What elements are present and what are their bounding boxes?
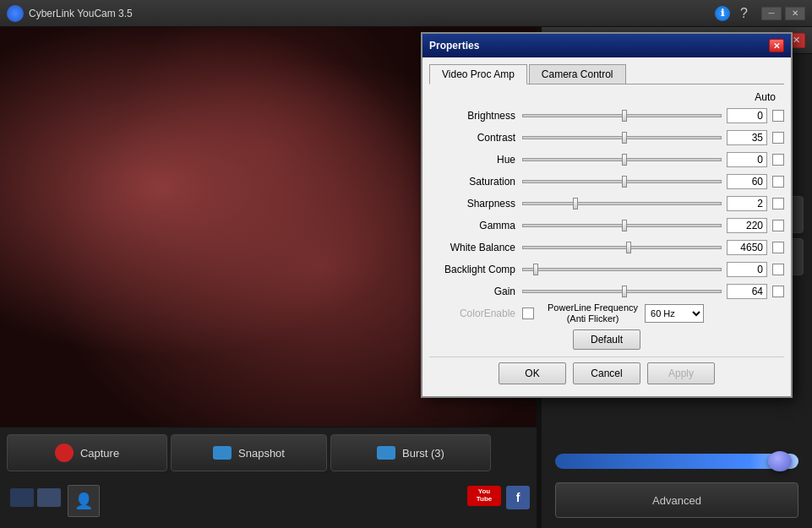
contrast-auto-checkbox[interactable] bbox=[772, 132, 784, 144]
gain-auto-checkbox[interactable] bbox=[772, 286, 784, 297]
app-title: CyberLink YouCam 3.5 bbox=[29, 8, 715, 19]
burst-button[interactable]: Burst (3) bbox=[330, 434, 491, 471]
capture-button[interactable]: Capture bbox=[7, 434, 167, 471]
app-logo bbox=[7, 5, 24, 22]
youtube-button[interactable]: YouTube bbox=[467, 486, 501, 506]
white-balance-label: White Balance bbox=[429, 242, 522, 253]
properties-dialog: Properties ✕ Video Proc Amp Camera Contr… bbox=[421, 32, 793, 398]
color-enable-row: ColorEnable PowerLine Frequency(Anti Fli… bbox=[429, 304, 784, 323]
person-icon: 👤 bbox=[74, 492, 93, 510]
hue-auto-checkbox[interactable] bbox=[772, 154, 784, 166]
enhancement-slider[interactable] bbox=[555, 454, 798, 469]
photo-thumbnail[interactable]: 👤 bbox=[68, 485, 100, 517]
white-balance-row: White Balance 4650 bbox=[429, 238, 784, 257]
hue-track bbox=[522, 158, 722, 161]
auto-header: Auto bbox=[755, 91, 779, 105]
saturation-label: Saturation bbox=[429, 176, 522, 188]
enhancement-slider-area bbox=[555, 454, 798, 469]
contrast-thumb bbox=[622, 132, 627, 144]
social-icons: YouTube f bbox=[467, 486, 530, 509]
burst-camera-icon bbox=[377, 446, 395, 460]
tab-camera-control[interactable]: Camera Control bbox=[529, 64, 626, 84]
gamma-slider[interactable] bbox=[522, 219, 722, 232]
brightness-auto-checkbox[interactable] bbox=[772, 110, 784, 122]
hue-label: Hue bbox=[429, 154, 522, 166]
contrast-slider[interactable] bbox=[522, 131, 722, 144]
help-icon[interactable]: ? bbox=[740, 6, 748, 21]
dialog-footer-buttons: OK Cancel Apply bbox=[429, 357, 784, 389]
saturation-track bbox=[522, 180, 722, 183]
window-controls: ─ ✕ bbox=[761, 7, 805, 20]
contrast-label: Contrast bbox=[429, 132, 522, 144]
white-balance-auto-checkbox[interactable] bbox=[772, 242, 784, 253]
contrast-row: Contrast 35 bbox=[429, 128, 784, 147]
white-balance-thumb bbox=[626, 242, 631, 253]
gamma-row: Gamma 220 bbox=[429, 216, 784, 235]
gamma-auto-checkbox[interactable] bbox=[772, 220, 784, 231]
sharpness-slider[interactable] bbox=[522, 197, 722, 210]
record-icon bbox=[55, 444, 74, 462]
advanced-label: Advanced bbox=[652, 494, 701, 507]
brightness-slider[interactable] bbox=[522, 109, 722, 122]
properties-list: Brightness 0 Contrast bbox=[429, 106, 784, 323]
snapshot-label: Snapshot bbox=[238, 447, 285, 460]
advanced-button[interactable]: Advanced bbox=[555, 482, 798, 518]
hue-thumb bbox=[622, 154, 627, 166]
gain-label: Gain bbox=[429, 286, 522, 297]
icon-2[interactable] bbox=[37, 488, 61, 507]
color-enable-checkbox[interactable] bbox=[522, 308, 534, 319]
contrast-value: 35 bbox=[727, 130, 767, 145]
brightness-label: Brightness bbox=[429, 110, 522, 122]
gain-thumb bbox=[622, 286, 627, 297]
brightness-thumb bbox=[622, 110, 627, 122]
bottom-controls: Capture Snapshot Burst (3) bbox=[0, 427, 537, 528]
backlight-comp-auto-checkbox[interactable] bbox=[772, 264, 784, 275]
default-button[interactable]: Default bbox=[573, 329, 640, 350]
icon-1[interactable] bbox=[10, 488, 34, 507]
hue-value: 0 bbox=[727, 152, 767, 167]
color-enable-label: ColorEnable bbox=[429, 308, 522, 319]
white-balance-track bbox=[522, 246, 722, 249]
minimize-button[interactable]: ─ bbox=[761, 7, 782, 20]
saturation-value: 60 bbox=[727, 174, 767, 189]
ok-button[interactable]: OK bbox=[499, 362, 566, 384]
gain-row: Gain 64 bbox=[429, 282, 784, 301]
side-icons bbox=[10, 488, 61, 507]
hue-slider[interactable] bbox=[522, 153, 722, 166]
gain-value: 64 bbox=[727, 284, 767, 299]
dialog-title-bar: Properties ✕ bbox=[422, 34, 791, 57]
brightness-track bbox=[522, 114, 722, 117]
brightness-value: 0 bbox=[727, 108, 767, 123]
dialog-close-button[interactable]: ✕ bbox=[769, 39, 784, 52]
saturation-slider[interactable] bbox=[522, 175, 722, 188]
action-buttons: Capture Snapshot Burst (3) bbox=[7, 434, 530, 471]
brightness-row: Brightness 0 bbox=[429, 106, 784, 125]
backlight-comp-track bbox=[522, 268, 722, 271]
sharpness-row: Sharpness 2 bbox=[429, 194, 784, 213]
gain-slider[interactable] bbox=[522, 285, 722, 298]
gain-track bbox=[522, 290, 722, 293]
cancel-button[interactable]: Cancel bbox=[573, 362, 640, 384]
saturation-row: Saturation 60 bbox=[429, 172, 784, 191]
backlight-comp-slider[interactable] bbox=[522, 263, 722, 276]
sharpness-thumb bbox=[573, 198, 578, 210]
info-icon[interactable]: ℹ bbox=[715, 6, 730, 21]
close-button[interactable]: ✕ bbox=[785, 7, 805, 20]
apply-button[interactable]: Apply bbox=[647, 362, 715, 384]
sharpness-label: Sharpness bbox=[429, 198, 522, 210]
gamma-label: Gamma bbox=[429, 220, 522, 231]
contrast-track bbox=[522, 136, 722, 139]
powerline-select[interactable]: 60 Hz 50 Hz bbox=[645, 304, 704, 323]
camera-icon bbox=[213, 446, 232, 460]
white-balance-slider[interactable] bbox=[522, 241, 722, 254]
facebook-button[interactable]: f bbox=[506, 486, 530, 509]
backlight-comp-label: Backlight Comp bbox=[429, 264, 522, 275]
snapshot-button[interactable]: Snapshot bbox=[171, 434, 327, 471]
saturation-auto-checkbox[interactable] bbox=[772, 176, 784, 188]
sharpness-auto-checkbox[interactable] bbox=[772, 198, 784, 210]
burst-label: Burst (3) bbox=[402, 447, 444, 460]
tab-video-proc-amp[interactable]: Video Proc Amp bbox=[429, 64, 527, 84]
backlight-comp-row: Backlight Comp 0 bbox=[429, 260, 784, 279]
saturation-thumb bbox=[622, 176, 627, 188]
sharpness-value: 2 bbox=[727, 196, 767, 211]
